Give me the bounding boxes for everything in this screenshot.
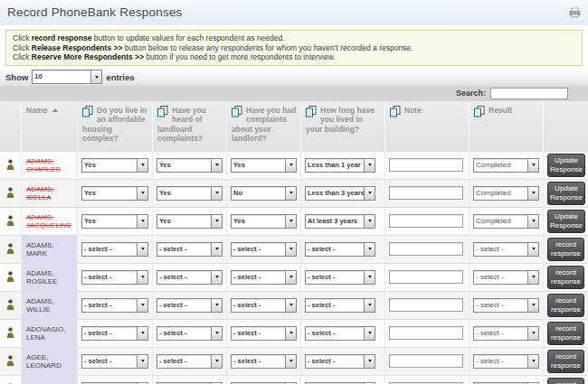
note-input[interactable] (389, 270, 463, 284)
note-input[interactable] (389, 214, 463, 228)
q4-select[interactable]: - select - (305, 242, 375, 257)
chevron-down-icon (364, 355, 375, 368)
q3-select[interactable]: - select - (231, 298, 297, 313)
respondent-name: AGEE, LEONARD (21, 348, 77, 375)
note-input[interactable] (389, 326, 463, 340)
table-row: ADAMS, JACQUELINE Yes Yes Yes At least 3… (0, 208, 588, 236)
q1-select[interactable]: - select - (81, 354, 148, 369)
copy-icon[interactable] (82, 106, 93, 117)
q1-select[interactable]: Yes (81, 214, 148, 229)
result-select[interactable]: Completed (473, 186, 539, 201)
result-select[interactable]: - select - (473, 298, 539, 313)
q4-select[interactable]: At least 3 years (305, 214, 375, 229)
chevron-down-icon (211, 299, 222, 312)
contact-icon[interactable] (6, 299, 14, 311)
record-response-button[interactable]: record response (547, 350, 584, 373)
chevron-down-icon (211, 215, 222, 228)
q4-select[interactable]: - select - (305, 298, 375, 313)
page-header: Record PhoneBank Responses (0, 0, 588, 25)
q1-select[interactable]: - select - (81, 326, 148, 341)
contact-icon[interactable] (6, 215, 14, 227)
q4-select[interactable]: - select - (305, 326, 375, 341)
q4-select[interactable]: Less than 3 years (305, 186, 375, 201)
chevron-down-icon (137, 299, 147, 312)
respondent-name: ADAMS, MARK (21, 236, 77, 263)
result-select[interactable]: Completed (473, 214, 539, 229)
name-column-header[interactable]: Name (21, 101, 77, 152)
q3-select[interactable]: No (231, 186, 297, 201)
result-select[interactable]: - select - (473, 242, 539, 257)
q1-select[interactable]: - select - (81, 298, 148, 313)
record-response-button[interactable]: record response (547, 238, 584, 261)
q2-select[interactable]: - select - (156, 270, 223, 285)
table-row: ADAMS, IDELLA Yes Yes No Less than 3 yea… (0, 180, 588, 208)
table-header: Name Do you live in an affordable housin… (0, 101, 588, 152)
page-size-select[interactable]: 10 (32, 70, 102, 84)
record-response-button[interactable]: record response (547, 378, 584, 384)
note-input[interactable] (389, 158, 463, 172)
q2-select[interactable]: Yes (156, 186, 223, 201)
record-response-button[interactable]: record response (547, 294, 584, 317)
respondent-name: ADAMS, ROSILEE (21, 264, 77, 291)
search-input[interactable] (490, 88, 568, 99)
q2-select[interactable]: - select - (156, 242, 223, 257)
contact-icon[interactable] (6, 355, 14, 367)
contact-icon[interactable] (6, 187, 14, 199)
icon-column-header (0, 101, 21, 152)
contact-icon[interactable] (6, 327, 14, 339)
q3-select[interactable]: - select - (231, 326, 297, 341)
result-select[interactable]: - select - (473, 270, 539, 285)
q1-select[interactable]: - select - (81, 270, 148, 285)
chevron-down-icon (211, 187, 222, 200)
contact-icon[interactable] (6, 159, 14, 171)
copy-icon[interactable] (390, 106, 401, 117)
printer-icon[interactable] (569, 7, 581, 18)
note-input[interactable] (389, 242, 463, 256)
q3-select[interactable]: - select - (231, 242, 297, 257)
respondent-name: ADAMS, JACQUELINE (21, 208, 77, 235)
note-input[interactable] (389, 186, 463, 200)
q2-select[interactable]: Yes (156, 158, 223, 173)
q3-select[interactable]: - select - (231, 354, 297, 369)
update-response-button[interactable]: Update Response (547, 210, 585, 233)
show-entries-bar: Show 10 entries (0, 69, 588, 86)
note-input[interactable] (389, 298, 463, 312)
q4-select[interactable]: - select - (305, 354, 375, 369)
update-response-button[interactable]: Update Response (547, 182, 585, 205)
chevron-down-icon (527, 355, 538, 368)
q2-select[interactable]: - select - (156, 326, 223, 341)
respondent-name: ALESSI, (21, 376, 77, 384)
q2-select[interactable]: - select - (156, 298, 223, 313)
q2-select[interactable]: - select - (156, 354, 223, 369)
q1-select[interactable]: Yes (81, 186, 148, 201)
chevron-down-icon (137, 327, 147, 340)
table-row: ALESSI, - select - - select - - select -… (0, 376, 588, 384)
q3-select[interactable]: - select - (231, 270, 297, 285)
copy-icon[interactable] (232, 106, 242, 117)
contact-icon[interactable] (6, 271, 14, 283)
result-select[interactable]: - select - (473, 326, 539, 341)
copy-icon[interactable] (157, 106, 168, 117)
record-response-button[interactable]: record response (547, 266, 584, 289)
chevron-down-icon (527, 299, 538, 312)
q1-select[interactable]: - select - (81, 242, 148, 257)
chevron-down-icon (527, 187, 538, 200)
record-response-button[interactable]: record response (547, 322, 584, 345)
q1-select[interactable]: Yes (81, 158, 148, 173)
q4-select[interactable]: Less than 1 year (305, 158, 375, 173)
result-select[interactable]: Completed (473, 158, 539, 173)
update-response-button[interactable]: Update Response (547, 154, 585, 177)
copy-icon[interactable] (306, 106, 317, 117)
copy-icon[interactable] (474, 106, 485, 117)
q3-select[interactable]: Yes (231, 214, 297, 229)
q2-select[interactable]: Yes (156, 214, 223, 229)
chevron-down-icon (137, 159, 147, 172)
chevron-down-icon (285, 159, 296, 172)
note-input[interactable] (389, 354, 463, 368)
q3-select[interactable]: Yes (231, 158, 297, 173)
chevron-down-icon (90, 70, 101, 83)
result-select[interactable]: - select - (473, 354, 539, 369)
chevron-down-icon (211, 327, 222, 340)
contact-icon[interactable] (6, 243, 14, 255)
q4-select[interactable]: - select - (305, 270, 375, 285)
